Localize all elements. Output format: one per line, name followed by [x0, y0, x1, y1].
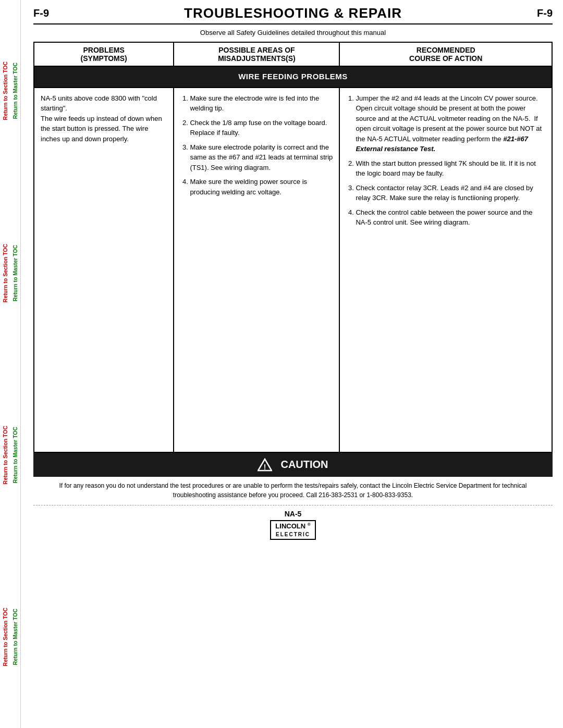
misadjustments-list: Make sure the electrode wire is fed into…	[180, 93, 333, 198]
list-item: Check the 1/8 amp fuse on the voltage bo…	[190, 118, 333, 138]
side-group-1: Return to Section TOC Return to Master T…	[0, 0, 21, 182]
lincoln-logo: LINCOLN ® ELECTRIC	[270, 520, 315, 540]
return-section-toc-link-4[interactable]: Return to Section TOC	[1, 604, 9, 669]
content-row: NA-5 units above code 8300 with "cold st…	[34, 88, 552, 452]
side-group-3: Return to Section TOC Return to Master T…	[0, 364, 21, 546]
section-toc-3[interactable]: Return to Section TOC	[0, 364, 10, 546]
brand-name: LINCOLN ®	[275, 522, 310, 531]
caution-text: If for any reason you do not understand …	[33, 481, 553, 500]
master-toc-4[interactable]: Return to Master TOC	[10, 546, 21, 728]
master-toc-2[interactable]: Return to Master TOC	[10, 182, 21, 364]
return-master-toc-link-3[interactable]: Return to Master TOC	[11, 424, 19, 486]
safety-note: Observe all Safety Guidelines detailed t…	[33, 29, 553, 36]
page-title: TROUBLESHOOTING & REPAIR	[49, 5, 537, 21]
brand-sub: ELECTRIC	[275, 531, 310, 538]
page-footer: NA-5 LINCOLN ® ELECTRIC	[33, 505, 553, 540]
caution-label: CAUTION	[280, 459, 328, 471]
svg-text:!: !	[264, 463, 266, 471]
return-section-toc-link-1[interactable]: Return to Section TOC	[1, 58, 9, 123]
side-navigation: Return to Section TOC Return to Master T…	[0, 0, 21, 728]
troubleshooting-table: PROBLEMS(SYMPTOMS) POSSIBLE AREAS OFMISA…	[33, 42, 553, 453]
list-item: Make sure the electrode wire is fed into…	[190, 93, 333, 114]
section-title: WIRE FEEDING PROBLEMS	[34, 66, 552, 88]
caution-bar: ! CAUTION	[33, 453, 553, 477]
return-master-toc-link-2[interactable]: Return to Master TOC	[11, 242, 19, 304]
misadjustments-cell: Make sure the electrode wire is fed into…	[174, 88, 339, 452]
col-header-problems: PROBLEMS(SYMPTOMS)	[34, 42, 174, 66]
list-item: Check the control cable between the powe…	[356, 207, 545, 228]
recommended-cell: Jumper the #2 and #4 leads at the Lincol…	[339, 88, 552, 452]
side-group-2: Return to Section TOC Return to Master T…	[0, 182, 21, 364]
return-master-toc-link-4[interactable]: Return to Master TOC	[11, 606, 19, 668]
footer-model: NA-5	[33, 510, 553, 518]
page-id-right: F-9	[537, 7, 553, 19]
warning-triangle-icon: !	[258, 458, 272, 472]
return-master-toc-link-1[interactable]: Return to Master TOC	[11, 59, 19, 122]
section-toc-1[interactable]: Return to Section TOC	[0, 0, 10, 182]
section-toc-2[interactable]: Return to Section TOC	[0, 182, 10, 364]
col-header-misadjustments: POSSIBLE AREAS OFMISADJUSTMENTS(S)	[174, 42, 339, 66]
master-toc-1[interactable]: Return to Master TOC	[10, 0, 21, 182]
list-item: Make sure electrode polarity is correct …	[190, 142, 333, 173]
section-header-row: WIRE FEEDING PROBLEMS	[34, 66, 552, 88]
list-item: Make sure the welding power source is pr…	[190, 177, 333, 197]
table-header-row: PROBLEMS(SYMPTOMS) POSSIBLE AREAS OFMISA…	[34, 42, 552, 66]
section-toc-4[interactable]: Return to Section TOC	[0, 546, 10, 728]
list-item: With the start button pressed light 7K s…	[356, 158, 545, 179]
list-item: Check contactor relay 3CR. Leads #2 and …	[356, 183, 545, 203]
return-section-toc-link-3[interactable]: Return to Section TOC	[1, 423, 9, 487]
return-section-toc-link-2[interactable]: Return to Section TOC	[1, 241, 9, 305]
master-toc-3[interactable]: Return to Master TOC	[10, 364, 21, 546]
page-header: F-9 TROUBLESHOOTING & REPAIR F-9	[33, 5, 553, 24]
col-header-recommended: RECOMMENDEDCOURSE OF ACTION	[339, 42, 552, 66]
caution-triangle-icon: !	[258, 458, 272, 472]
problems-text: NA-5 units above code 8300 with "cold st…	[41, 93, 167, 144]
problems-cell: NA-5 units above code 8300 with "cold st…	[34, 88, 174, 452]
page-id-left: F-9	[33, 7, 49, 19]
recommended-list: Jumper the #2 and #4 leads at the Lincol…	[346, 93, 545, 228]
list-item: Jumper the #2 and #4 leads at the Lincol…	[356, 93, 545, 154]
side-group-4: Return to Section TOC Return to Master T…	[0, 546, 21, 728]
